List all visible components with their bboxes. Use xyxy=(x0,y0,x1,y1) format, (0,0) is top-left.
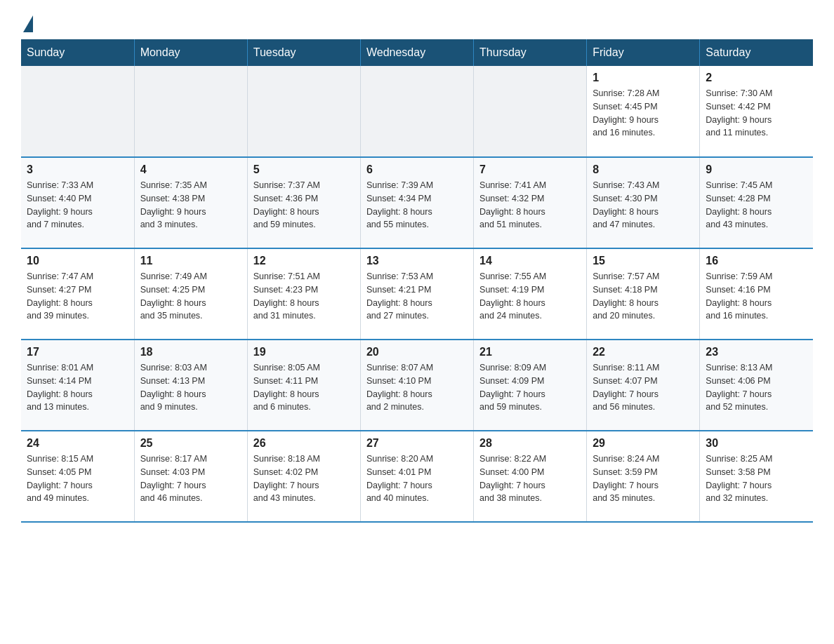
calendar-cell: 18Sunrise: 8:03 AM Sunset: 4:13 PM Dayli… xyxy=(134,340,247,431)
calendar-cell xyxy=(134,66,247,157)
header-day-monday: Monday xyxy=(134,39,247,66)
day-number: 5 xyxy=(253,163,355,176)
day-number: 11 xyxy=(140,255,241,267)
calendar-cell: 26Sunrise: 8:18 AM Sunset: 4:02 PM Dayli… xyxy=(247,431,360,522)
day-info: Sunrise: 7:30 AM Sunset: 4:42 PM Dayligh… xyxy=(706,87,807,140)
day-info: Sunrise: 8:11 AM Sunset: 4:07 PM Dayligh… xyxy=(593,361,694,414)
day-info: Sunrise: 8:09 AM Sunset: 4:09 PM Dayligh… xyxy=(479,361,581,414)
day-info: Sunrise: 8:05 AM Sunset: 4:11 PM Dayligh… xyxy=(253,361,355,414)
day-number: 21 xyxy=(479,346,581,358)
day-number: 9 xyxy=(706,163,807,176)
calendar-cell: 24Sunrise: 8:15 AM Sunset: 4:05 PM Dayli… xyxy=(21,431,134,522)
day-info: Sunrise: 7:41 AM Sunset: 4:32 PM Dayligh… xyxy=(479,179,581,232)
logo xyxy=(21,14,33,32)
day-number: 23 xyxy=(706,346,807,358)
day-info: Sunrise: 8:13 AM Sunset: 4:06 PM Dayligh… xyxy=(706,361,807,414)
calendar-cell xyxy=(247,66,360,157)
day-info: Sunrise: 7:51 AM Sunset: 4:23 PM Dayligh… xyxy=(253,270,355,323)
calendar-cell xyxy=(360,66,473,157)
day-info: Sunrise: 7:43 AM Sunset: 4:30 PM Dayligh… xyxy=(593,179,694,232)
day-number: 18 xyxy=(140,346,241,358)
day-info: Sunrise: 7:33 AM Sunset: 4:40 PM Dayligh… xyxy=(27,179,128,232)
calendar-cell: 25Sunrise: 8:17 AM Sunset: 4:03 PM Dayli… xyxy=(134,431,247,522)
day-number: 19 xyxy=(253,346,355,358)
header-day-friday: Friday xyxy=(587,39,700,66)
day-number: 7 xyxy=(479,163,581,176)
calendar-week-5: 24Sunrise: 8:15 AM Sunset: 4:05 PM Dayli… xyxy=(21,431,813,522)
calendar-cell: 15Sunrise: 7:57 AM Sunset: 4:18 PM Dayli… xyxy=(587,248,700,340)
day-number: 28 xyxy=(479,437,581,450)
day-number: 1 xyxy=(593,72,694,84)
day-info: Sunrise: 8:25 AM Sunset: 3:58 PM Dayligh… xyxy=(706,452,807,505)
calendar-cell: 2Sunrise: 7:30 AM Sunset: 4:42 PM Daylig… xyxy=(700,66,813,157)
calendar-cell: 11Sunrise: 7:49 AM Sunset: 4:25 PM Dayli… xyxy=(134,248,247,340)
day-info: Sunrise: 8:03 AM Sunset: 4:13 PM Dayligh… xyxy=(140,361,241,414)
day-info: Sunrise: 7:45 AM Sunset: 4:28 PM Dayligh… xyxy=(706,179,807,232)
header-day-tuesday: Tuesday xyxy=(247,39,360,66)
calendar-cell: 12Sunrise: 7:51 AM Sunset: 4:23 PM Dayli… xyxy=(247,248,360,340)
day-number: 30 xyxy=(706,437,807,450)
day-info: Sunrise: 8:15 AM Sunset: 4:05 PM Dayligh… xyxy=(27,452,128,505)
calendar-cell: 1Sunrise: 7:28 AM Sunset: 4:45 PM Daylig… xyxy=(587,66,700,157)
calendar-cell: 16Sunrise: 7:59 AM Sunset: 4:16 PM Dayli… xyxy=(700,248,813,340)
calendar-cell: 29Sunrise: 8:24 AM Sunset: 3:59 PM Dayli… xyxy=(587,431,700,522)
calendar-cell: 17Sunrise: 8:01 AM Sunset: 4:14 PM Dayli… xyxy=(21,340,134,431)
calendar-body: 1Sunrise: 7:28 AM Sunset: 4:45 PM Daylig… xyxy=(21,66,813,522)
logo-triangle-icon xyxy=(23,15,33,32)
calendar-cell xyxy=(21,66,134,157)
day-number: 3 xyxy=(27,163,128,176)
day-number: 24 xyxy=(27,437,128,450)
calendar-week-3: 10Sunrise: 7:47 AM Sunset: 4:27 PM Dayli… xyxy=(21,248,813,340)
day-number: 14 xyxy=(479,255,581,267)
calendar-cell: 3Sunrise: 7:33 AM Sunset: 4:40 PM Daylig… xyxy=(21,157,134,248)
day-info: Sunrise: 7:55 AM Sunset: 4:19 PM Dayligh… xyxy=(479,270,581,323)
calendar-week-1: 1Sunrise: 7:28 AM Sunset: 4:45 PM Daylig… xyxy=(21,66,813,157)
day-info: Sunrise: 8:20 AM Sunset: 4:01 PM Dayligh… xyxy=(366,452,468,505)
day-info: Sunrise: 7:53 AM Sunset: 4:21 PM Dayligh… xyxy=(366,270,468,323)
day-number: 26 xyxy=(253,437,355,450)
calendar-cell: 23Sunrise: 8:13 AM Sunset: 4:06 PM Dayli… xyxy=(700,340,813,431)
day-number: 22 xyxy=(593,346,694,358)
calendar-cell: 19Sunrise: 8:05 AM Sunset: 4:11 PM Dayli… xyxy=(247,340,360,431)
day-info: Sunrise: 7:35 AM Sunset: 4:38 PM Dayligh… xyxy=(140,179,241,232)
day-number: 13 xyxy=(366,255,468,267)
day-info: Sunrise: 8:22 AM Sunset: 4:00 PM Dayligh… xyxy=(479,452,581,505)
day-info: Sunrise: 7:49 AM Sunset: 4:25 PM Dayligh… xyxy=(140,270,241,323)
calendar-cell: 27Sunrise: 8:20 AM Sunset: 4:01 PM Dayli… xyxy=(360,431,473,522)
calendar-cell: 14Sunrise: 7:55 AM Sunset: 4:19 PM Dayli… xyxy=(474,248,587,340)
calendar-cell: 22Sunrise: 8:11 AM Sunset: 4:07 PM Dayli… xyxy=(587,340,700,431)
calendar-week-2: 3Sunrise: 7:33 AM Sunset: 4:40 PM Daylig… xyxy=(21,157,813,248)
day-info: Sunrise: 7:57 AM Sunset: 4:18 PM Dayligh… xyxy=(593,270,694,323)
header-day-saturday: Saturday xyxy=(700,39,813,66)
calendar-cell: 28Sunrise: 8:22 AM Sunset: 4:00 PM Dayli… xyxy=(474,431,587,522)
calendar-cell: 10Sunrise: 7:47 AM Sunset: 4:27 PM Dayli… xyxy=(21,248,134,340)
calendar-cell: 30Sunrise: 8:25 AM Sunset: 3:58 PM Dayli… xyxy=(700,431,813,522)
calendar-cell: 9Sunrise: 7:45 AM Sunset: 4:28 PM Daylig… xyxy=(700,157,813,248)
calendar-cell xyxy=(474,66,587,157)
day-info: Sunrise: 8:07 AM Sunset: 4:10 PM Dayligh… xyxy=(366,361,468,414)
calendar-cell: 7Sunrise: 7:41 AM Sunset: 4:32 PM Daylig… xyxy=(474,157,587,248)
header-day-wednesday: Wednesday xyxy=(360,39,473,66)
calendar-header: SundayMondayTuesdayWednesdayThursdayFrid… xyxy=(21,39,813,66)
day-info: Sunrise: 8:24 AM Sunset: 3:59 PM Dayligh… xyxy=(593,452,694,505)
day-number: 27 xyxy=(366,437,468,450)
page-header xyxy=(21,14,813,32)
header-day-thursday: Thursday xyxy=(474,39,587,66)
calendar-cell: 4Sunrise: 7:35 AM Sunset: 4:38 PM Daylig… xyxy=(134,157,247,248)
calendar-cell: 20Sunrise: 8:07 AM Sunset: 4:10 PM Dayli… xyxy=(360,340,473,431)
day-info: Sunrise: 8:01 AM Sunset: 4:14 PM Dayligh… xyxy=(27,361,128,414)
day-info: Sunrise: 7:37 AM Sunset: 4:36 PM Dayligh… xyxy=(253,179,355,232)
day-info: Sunrise: 8:18 AM Sunset: 4:02 PM Dayligh… xyxy=(253,452,355,505)
calendar-cell: 5Sunrise: 7:37 AM Sunset: 4:36 PM Daylig… xyxy=(247,157,360,248)
day-number: 25 xyxy=(140,437,241,450)
calendar-week-4: 17Sunrise: 8:01 AM Sunset: 4:14 PM Dayli… xyxy=(21,340,813,431)
day-number: 29 xyxy=(593,437,694,450)
header-row: SundayMondayTuesdayWednesdayThursdayFrid… xyxy=(21,39,813,66)
day-number: 17 xyxy=(27,346,128,358)
day-number: 6 xyxy=(366,163,468,176)
calendar-cell: 21Sunrise: 8:09 AM Sunset: 4:09 PM Dayli… xyxy=(474,340,587,431)
day-number: 4 xyxy=(140,163,241,176)
day-info: Sunrise: 8:17 AM Sunset: 4:03 PM Dayligh… xyxy=(140,452,241,505)
day-number: 15 xyxy=(593,255,694,267)
day-number: 16 xyxy=(706,255,807,267)
